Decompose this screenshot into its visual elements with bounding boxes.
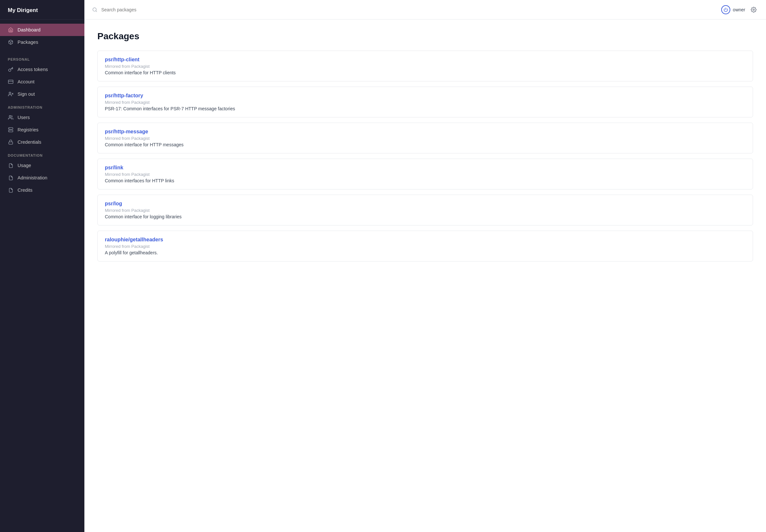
owner-icon	[721, 5, 730, 14]
package-name: psr/http-client	[105, 57, 746, 63]
topbar: owner	[84, 0, 766, 19]
owner-badge: owner	[721, 5, 745, 14]
key-icon	[8, 67, 14, 72]
home-icon	[8, 27, 14, 33]
package-source: Mirrored from Packagist	[105, 172, 746, 177]
package-name: psr/log	[105, 201, 746, 207]
sidebar-item-usage[interactable]: Usage	[0, 159, 84, 172]
sidebar-item-usage-label: Usage	[18, 163, 31, 168]
sidebar-item-administration[interactable]: Administration	[0, 172, 84, 184]
sidebar-item-account-label: Account	[18, 79, 34, 84]
sidebar-item-packages-label: Packages	[18, 40, 38, 45]
package-description: Common interfaces for HTTP links	[105, 178, 746, 183]
topbar-right: owner	[721, 5, 758, 14]
package-source: Mirrored from Packagist	[105, 64, 746, 69]
sidebar-item-packages[interactable]: Packages	[0, 36, 84, 48]
sidebar-item-registries-label: Registries	[18, 127, 38, 132]
lock-icon	[8, 139, 14, 145]
package-description: Common interface for HTTP clients	[105, 70, 746, 75]
package-description: A polyfill for getallheaders.	[105, 250, 746, 255]
sidebar-item-sign-out-label: Sign out	[18, 91, 35, 97]
administration-nav: Users Registries Credentials	[0, 111, 84, 148]
main-area: owner Packages psr/http-client Mirrored …	[84, 0, 766, 532]
sidebar-item-dashboard[interactable]: Dashboard	[0, 24, 84, 36]
package-card[interactable]: psr/link Mirrored from Packagist Common …	[97, 159, 753, 189]
package-name: psr/link	[105, 165, 746, 171]
doc-credits-icon	[8, 187, 14, 193]
search-icon	[92, 7, 97, 12]
svg-rect-11	[9, 142, 13, 144]
sidebar-item-access-tokens[interactable]: Access tokens	[0, 63, 84, 76]
package-description: Common interface for logging libraries	[105, 214, 746, 219]
package-card[interactable]: ralouphie/getallheaders Mirrored from Pa…	[97, 231, 753, 261]
package-card[interactable]: psr/http-message Mirrored from Packagist…	[97, 123, 753, 153]
sidebar-main-nav: Dashboard Packages	[0, 20, 84, 52]
svg-line-13	[96, 11, 97, 12]
package-source: Mirrored from Packagist	[105, 208, 746, 213]
administration-section-label: ADMINISTRATION	[0, 100, 84, 111]
svg-point-3	[9, 92, 11, 94]
sidebar-item-dashboard-label: Dashboard	[18, 27, 41, 32]
owner-label: owner	[733, 7, 745, 12]
documentation-section-label: DOCUMENTATION	[0, 148, 84, 159]
package-name: psr/http-message	[105, 129, 746, 135]
package-description: PSR-17: Common interfaces for PSR-7 HTTP…	[105, 106, 746, 111]
personal-nav: Access tokens Account Sign out	[0, 63, 84, 100]
package-card[interactable]: psr/log Mirrored from Packagist Common i…	[97, 195, 753, 225]
sidebar-item-credentials-label: Credentials	[18, 139, 41, 145]
sidebar-item-credits-label: Credits	[18, 187, 32, 193]
sidebar-item-credits[interactable]: Credits	[0, 184, 84, 196]
users-icon	[8, 115, 14, 120]
doc-usage-icon	[8, 163, 14, 168]
sidebar-item-sign-out[interactable]: Sign out	[0, 88, 84, 100]
sidebar-item-credentials[interactable]: Credentials	[0, 136, 84, 148]
page-title: Packages	[97, 31, 753, 42]
package-source: Mirrored from Packagist	[105, 100, 746, 105]
package-name: psr/http-factory	[105, 93, 746, 99]
sidebar-item-account[interactable]: Account	[0, 76, 84, 88]
documentation-nav: Usage Administration Credits	[0, 159, 84, 196]
sidebar: My Dirigent Dashboard Packages PERSONAL	[0, 0, 84, 532]
package-card[interactable]: psr/http-factory Mirrored from Packagist…	[97, 87, 753, 117]
content-area: Packages psr/http-client Mirrored from P…	[84, 19, 766, 532]
settings-button[interactable]	[749, 5, 758, 14]
doc-admin-icon	[8, 175, 14, 181]
svg-rect-1	[8, 80, 13, 84]
sidebar-item-registries[interactable]: Registries	[0, 124, 84, 136]
sidebar-item-access-tokens-label: Access tokens	[18, 67, 48, 72]
sidebar-item-administration-label: Administration	[18, 175, 47, 180]
svg-point-6	[9, 115, 11, 117]
server-icon	[8, 127, 14, 133]
credit-card-icon	[8, 79, 14, 85]
search-input[interactable]	[101, 7, 717, 12]
user-x-icon	[8, 91, 14, 97]
package-name: ralouphie/getallheaders	[105, 237, 746, 243]
app-logo: My Dirigent	[0, 0, 84, 20]
packages-list: psr/http-client Mirrored from Packagist …	[97, 51, 753, 261]
package-source: Mirrored from Packagist	[105, 244, 746, 249]
package-source: Mirrored from Packagist	[105, 136, 746, 141]
svg-point-15	[753, 9, 755, 10]
sidebar-item-users-label: Users	[18, 115, 30, 120]
package-card[interactable]: psr/http-client Mirrored from Packagist …	[97, 51, 753, 81]
package-description: Common interface for HTTP messages	[105, 142, 746, 147]
sidebar-item-users[interactable]: Users	[0, 111, 84, 124]
personal-section-label: PERSONAL	[0, 52, 84, 63]
packages-icon	[8, 39, 14, 45]
